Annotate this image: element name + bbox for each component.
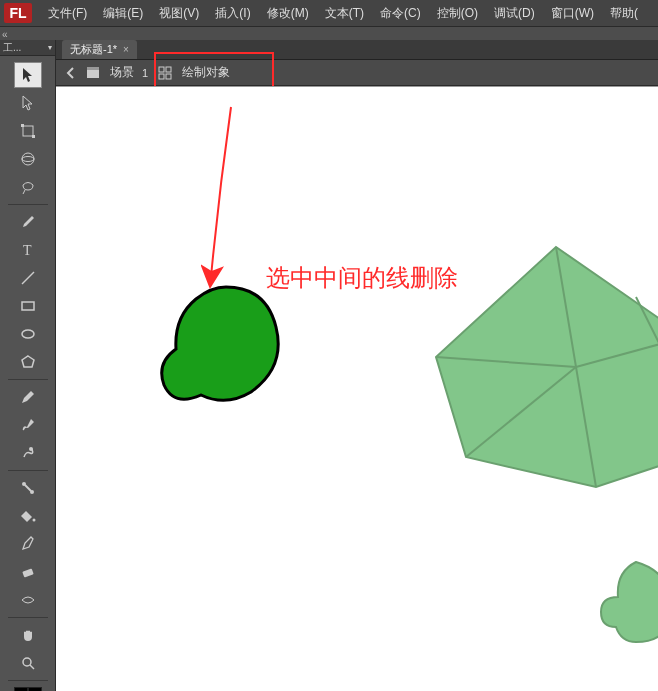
pencil-tool[interactable]	[14, 384, 42, 410]
stroke-color-swatch[interactable]	[14, 687, 28, 691]
svg-line-17	[30, 665, 34, 669]
menu-text[interactable]: 文本(T)	[317, 1, 372, 26]
width-icon	[20, 592, 36, 608]
menu-control[interactable]: 控制(O)	[429, 1, 486, 26]
paint-bucket-tool[interactable]	[14, 503, 42, 529]
menu-file[interactable]: 文件(F)	[40, 1, 95, 26]
text-icon: T	[20, 242, 36, 258]
svg-point-8	[22, 330, 34, 338]
line-icon	[20, 270, 36, 286]
bucket-icon	[20, 508, 36, 524]
deco-tool[interactable]	[14, 440, 42, 466]
svg-marker-24	[436, 247, 658, 487]
menu-insert[interactable]: 插入(I)	[207, 1, 258, 26]
menu-debug[interactable]: 调试(D)	[486, 1, 543, 26]
menu-modify[interactable]: 修改(M)	[259, 1, 317, 26]
svg-rect-21	[166, 67, 171, 72]
tools-grid: T	[0, 56, 55, 691]
svg-rect-22	[159, 74, 164, 79]
svg-point-3	[22, 153, 34, 165]
pen-icon	[20, 214, 36, 230]
stage-canvas[interactable]: 选中中间的线删除	[56, 86, 658, 691]
scene-label[interactable]: 场景	[106, 64, 138, 81]
document-tab[interactable]: 无标题-1* ×	[62, 40, 137, 59]
svg-line-13	[25, 485, 31, 491]
menu-edit[interactable]: 编辑(E)	[95, 1, 151, 26]
grid-icon	[158, 66, 172, 80]
svg-rect-19	[87, 67, 99, 70]
eraser-icon	[20, 564, 36, 580]
document-area: 无标题-1* × 场景 1 绘制对象	[56, 40, 658, 691]
annotation-arrow	[201, 102, 261, 292]
eyedropper-icon	[20, 536, 36, 552]
text-tool[interactable]: T	[14, 237, 42, 263]
lasso-tool[interactable]	[14, 174, 42, 200]
separator	[8, 470, 48, 471]
eraser-tool[interactable]	[14, 559, 42, 585]
subselection-tool[interactable]	[14, 90, 42, 116]
separator	[8, 617, 48, 618]
polystar-tool[interactable]	[14, 349, 42, 375]
scene-number: 1	[142, 67, 148, 79]
selection-tool[interactable]	[14, 62, 42, 88]
svg-rect-7	[22, 302, 34, 310]
svg-point-14	[32, 519, 35, 522]
svg-point-4	[22, 157, 34, 162]
pen-tool[interactable]	[14, 209, 42, 235]
menu-view[interactable]: 视图(V)	[151, 1, 207, 26]
green-small-shape[interactable]	[596, 557, 658, 647]
magnifier-icon	[20, 655, 36, 671]
polygon-icon	[20, 354, 36, 370]
sphere-icon	[20, 151, 36, 167]
arrow-outline-icon	[20, 95, 36, 111]
brush-icon	[20, 417, 36, 433]
hand-tool[interactable]	[14, 622, 42, 648]
draw-object-label[interactable]: 绘制对象	[178, 64, 234, 81]
svg-marker-9	[22, 356, 34, 367]
svg-rect-20	[159, 67, 164, 72]
menu-window[interactable]: 窗口(W)	[543, 1, 602, 26]
svg-point-16	[23, 658, 31, 666]
collapse-handle-icon[interactable]: «	[2, 29, 8, 40]
arrow-cursor-icon	[20, 67, 36, 83]
color-swatches	[14, 687, 42, 691]
fill-color-swatch[interactable]	[28, 687, 42, 691]
edit-bar: 场景 1 绘制对象	[56, 60, 658, 86]
deco-icon	[20, 445, 36, 461]
svg-text:T: T	[23, 243, 32, 258]
oval-tool[interactable]	[14, 321, 42, 347]
green-polyhedron-shape[interactable]	[426, 237, 658, 497]
3d-rotation-tool[interactable]	[14, 146, 42, 172]
annotation-text: 选中中间的线删除	[266, 262, 458, 294]
lasso-icon	[20, 179, 36, 195]
separator	[8, 379, 48, 380]
svg-rect-0	[23, 126, 33, 136]
rectangle-tool[interactable]	[14, 293, 42, 319]
width-tool[interactable]	[14, 587, 42, 613]
eyedropper-tool[interactable]	[14, 531, 42, 557]
scene-icon[interactable]	[84, 64, 102, 82]
free-transform-tool[interactable]	[14, 118, 42, 144]
arrow-left-icon	[64, 66, 78, 80]
menu-help[interactable]: 帮助(	[602, 1, 646, 26]
brush-tool[interactable]	[14, 412, 42, 438]
svg-rect-2	[32, 135, 35, 138]
svg-rect-15	[22, 568, 33, 577]
separator	[8, 204, 48, 205]
tools-panel-title: 工...	[3, 41, 21, 55]
zoom-tool[interactable]	[14, 650, 42, 676]
tools-panel-header[interactable]: 工... ▾	[0, 40, 55, 56]
svg-point-10	[29, 447, 33, 451]
menu-command[interactable]: 命令(C)	[372, 1, 429, 26]
close-icon[interactable]: ×	[123, 44, 129, 55]
line-tool[interactable]	[14, 265, 42, 291]
document-tab-label: 无标题-1*	[70, 42, 117, 57]
symbol-icon[interactable]	[156, 64, 174, 82]
pencil-icon	[20, 389, 36, 405]
dropdown-icon[interactable]: ▾	[48, 43, 52, 52]
green-blob-shape[interactable]	[156, 277, 296, 417]
back-button[interactable]	[62, 64, 80, 82]
bone-tool[interactable]	[14, 475, 42, 501]
svg-rect-18	[87, 70, 99, 78]
clapperboard-icon	[86, 66, 100, 80]
